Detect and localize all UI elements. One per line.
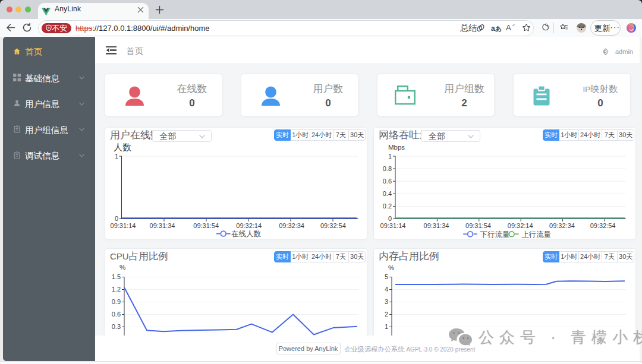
svg-text:上行流量: 上行流量 bbox=[521, 230, 551, 239]
svg-text:1: 1 bbox=[385, 323, 388, 330]
svg-text:09:32:34: 09:32:34 bbox=[279, 222, 304, 229]
svg-text:0.3: 0.3 bbox=[112, 323, 121, 330]
svg-text:Mbps: Mbps bbox=[388, 144, 405, 151]
svg-text:1: 1 bbox=[115, 153, 118, 160]
svg-text:5: 5 bbox=[385, 273, 388, 280]
svg-text:%: % bbox=[388, 264, 394, 271]
svg-text:在线人数: 在线人数 bbox=[231, 230, 262, 238]
svg-text:09:31:54: 09:31:54 bbox=[465, 222, 491, 229]
svg-text:09:32:34: 09:32:34 bbox=[549, 222, 575, 229]
svg-text:0.4: 0.4 bbox=[383, 190, 392, 197]
svg-text:09:32:54: 09:32:54 bbox=[590, 222, 616, 229]
svg-text:0: 0 bbox=[388, 215, 392, 222]
svg-text:09:31:14: 09:31:14 bbox=[111, 222, 136, 229]
svg-text:09:31:54: 09:31:54 bbox=[193, 222, 219, 229]
svg-text:0.6: 0.6 bbox=[112, 311, 121, 318]
svg-text:1.2: 1.2 bbox=[112, 286, 121, 293]
svg-text:0.9: 0.9 bbox=[112, 298, 121, 305]
svg-text:09:31:34: 09:31:34 bbox=[150, 222, 175, 229]
svg-text:人数: 人数 bbox=[114, 142, 131, 152]
svg-text:0.2: 0.2 bbox=[383, 202, 392, 210]
svg-text:09:32:14: 09:32:14 bbox=[508, 222, 533, 229]
svg-text:1.5: 1.5 bbox=[112, 273, 121, 280]
svg-text:0.8: 0.8 bbox=[383, 165, 392, 172]
svg-text:1: 1 bbox=[388, 153, 392, 160]
svg-text:0.6: 0.6 bbox=[383, 178, 392, 185]
svg-text:0: 0 bbox=[115, 215, 118, 222]
svg-text:%: % bbox=[119, 264, 125, 271]
svg-text:3: 3 bbox=[385, 298, 388, 305]
svg-text:A: A bbox=[506, 23, 511, 32]
svg-text:09:31:34: 09:31:34 bbox=[424, 222, 449, 229]
svg-text:09:32:14: 09:32:14 bbox=[236, 222, 262, 229]
svg-text:2: 2 bbox=[385, 311, 388, 318]
svg-text:4: 4 bbox=[385, 286, 388, 293]
svg-text:09:31:14: 09:31:14 bbox=[380, 222, 406, 229]
svg-text:09:32:54: 09:32:54 bbox=[320, 222, 346, 229]
